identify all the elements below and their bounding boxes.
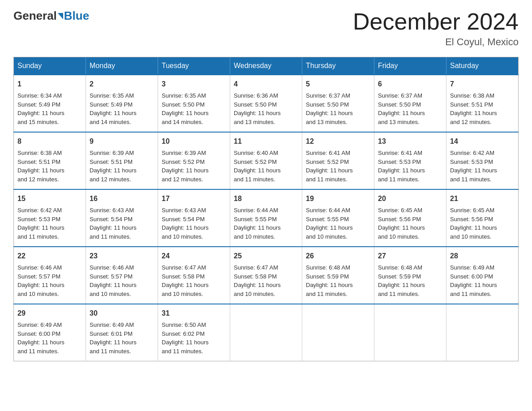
calendar-cell: 25Sunrise: 6:47 AMSunset: 5:58 PMDayligh…	[230, 247, 302, 304]
header-wednesday: Wednesday	[230, 57, 302, 75]
day-number: 12	[306, 136, 370, 147]
day-number: 10	[162, 136, 226, 147]
header-thursday: Thursday	[302, 57, 374, 75]
calendar-cell: 15Sunrise: 6:42 AMSunset: 5:53 PMDayligh…	[14, 189, 86, 247]
title-block: December 2024 El Coyul, Mexico	[353, 9, 519, 48]
day-number: 17	[162, 193, 226, 204]
day-number: 27	[378, 251, 442, 261]
calendar-cell	[446, 304, 519, 361]
header-monday: Monday	[86, 57, 158, 75]
day-number: 8	[17, 136, 82, 147]
day-info: Sunrise: 6:44 AMSunset: 5:55 PMDaylight:…	[234, 207, 281, 240]
day-number: 26	[306, 251, 370, 261]
calendar-cell: 27Sunrise: 6:48 AMSunset: 5:59 PMDayligh…	[374, 247, 446, 304]
day-number: 20	[378, 193, 442, 204]
day-info: Sunrise: 6:34 AMSunset: 5:49 PMDaylight:…	[17, 92, 64, 125]
day-number: 31	[162, 308, 226, 319]
calendar-cell	[230, 304, 302, 361]
day-number: 6	[378, 79, 442, 90]
location-text: El Coyul, Mexico	[353, 36, 519, 48]
day-info: Sunrise: 6:38 AMSunset: 5:51 PMDaylight:…	[450, 92, 497, 125]
day-info: Sunrise: 6:40 AMSunset: 5:52 PMDaylight:…	[234, 150, 281, 183]
calendar-cell: 7Sunrise: 6:38 AMSunset: 5:51 PMDaylight…	[446, 75, 519, 132]
calendar-cell: 31Sunrise: 6:50 AMSunset: 6:02 PMDayligh…	[158, 304, 230, 361]
calendar-cell: 2Sunrise: 6:35 AMSunset: 5:49 PMDaylight…	[86, 75, 158, 132]
day-info: Sunrise: 6:49 AMSunset: 6:01 PMDaylight:…	[90, 321, 137, 355]
header-sunday: Sunday	[14, 57, 86, 75]
day-number: 16	[90, 193, 154, 204]
calendar-cell: 9Sunrise: 6:39 AMSunset: 5:51 PMDaylight…	[86, 132, 158, 189]
day-info: Sunrise: 6:47 AMSunset: 5:58 PMDaylight:…	[234, 264, 281, 297]
page-header: General Blue December 2024 El Coyul, Mex…	[13, 9, 519, 48]
day-info: Sunrise: 6:49 AMSunset: 6:00 PMDaylight:…	[450, 264, 497, 297]
day-info: Sunrise: 6:45 AMSunset: 5:56 PMDaylight:…	[450, 207, 497, 240]
logo-general-text: General	[13, 9, 57, 23]
day-info: Sunrise: 6:45 AMSunset: 5:56 PMDaylight:…	[378, 207, 425, 240]
day-number: 23	[90, 251, 154, 261]
calendar-cell: 19Sunrise: 6:44 AMSunset: 5:55 PMDayligh…	[302, 189, 374, 247]
calendar-cell: 13Sunrise: 6:41 AMSunset: 5:53 PMDayligh…	[374, 132, 446, 189]
calendar-cell: 12Sunrise: 6:41 AMSunset: 5:52 PMDayligh…	[302, 132, 374, 189]
calendar-week-1: 1Sunrise: 6:34 AMSunset: 5:49 PMDaylight…	[14, 75, 519, 132]
calendar-cell: 17Sunrise: 6:43 AMSunset: 5:54 PMDayligh…	[158, 189, 230, 247]
day-info: Sunrise: 6:39 AMSunset: 5:52 PMDaylight:…	[162, 150, 209, 183]
day-info: Sunrise: 6:38 AMSunset: 5:51 PMDaylight:…	[17, 150, 64, 183]
calendar-cell: 22Sunrise: 6:46 AMSunset: 5:57 PMDayligh…	[14, 247, 86, 304]
day-info: Sunrise: 6:39 AMSunset: 5:51 PMDaylight:…	[90, 150, 137, 183]
header-tuesday: Tuesday	[158, 57, 230, 75]
day-info: Sunrise: 6:42 AMSunset: 5:53 PMDaylight:…	[17, 207, 64, 240]
day-info: Sunrise: 6:48 AMSunset: 5:59 PMDaylight:…	[378, 264, 425, 297]
calendar-cell: 26Sunrise: 6:48 AMSunset: 5:59 PMDayligh…	[302, 247, 374, 304]
day-number: 13	[378, 136, 442, 147]
day-info: Sunrise: 6:46 AMSunset: 5:57 PMDaylight:…	[90, 264, 137, 297]
header-saturday: Saturday	[446, 57, 519, 75]
calendar-cell	[374, 304, 446, 361]
day-info: Sunrise: 6:41 AMSunset: 5:52 PMDaylight:…	[306, 150, 353, 183]
day-info: Sunrise: 6:44 AMSunset: 5:55 PMDaylight:…	[306, 207, 353, 240]
day-number: 7	[450, 79, 515, 90]
day-number: 2	[90, 79, 154, 90]
calendar-cell: 8Sunrise: 6:38 AMSunset: 5:51 PMDaylight…	[14, 132, 86, 189]
calendar-table: SundayMondayTuesdayWednesdayThursdayFrid…	[13, 57, 519, 361]
month-title: December 2024	[353, 9, 519, 34]
calendar-cell: 21Sunrise: 6:45 AMSunset: 5:56 PMDayligh…	[446, 189, 519, 247]
calendar-cell: 6Sunrise: 6:37 AMSunset: 5:50 PMDaylight…	[374, 75, 446, 132]
calendar-cell: 4Sunrise: 6:36 AMSunset: 5:50 PMDaylight…	[230, 75, 302, 132]
calendar-cell: 14Sunrise: 6:42 AMSunset: 5:53 PMDayligh…	[446, 132, 519, 189]
calendar-cell: 16Sunrise: 6:43 AMSunset: 5:54 PMDayligh…	[86, 189, 158, 247]
day-number: 4	[234, 79, 298, 90]
day-number: 3	[162, 79, 226, 90]
day-number: 24	[162, 251, 226, 261]
day-info: Sunrise: 6:36 AMSunset: 5:50 PMDaylight:…	[234, 92, 281, 125]
day-info: Sunrise: 6:41 AMSunset: 5:53 PMDaylight:…	[378, 150, 425, 183]
day-number: 9	[90, 136, 154, 147]
day-number: 11	[234, 136, 298, 147]
logo-arrow-icon	[58, 13, 63, 19]
logo-blue-text: Blue	[64, 9, 89, 23]
day-info: Sunrise: 6:35 AMSunset: 5:50 PMDaylight:…	[162, 92, 209, 125]
day-info: Sunrise: 6:50 AMSunset: 6:02 PMDaylight:…	[162, 321, 209, 355]
day-info: Sunrise: 6:46 AMSunset: 5:57 PMDaylight:…	[17, 264, 64, 297]
calendar-cell: 29Sunrise: 6:49 AMSunset: 6:00 PMDayligh…	[14, 304, 86, 361]
day-info: Sunrise: 6:42 AMSunset: 5:53 PMDaylight:…	[450, 150, 497, 183]
calendar-header-row: SundayMondayTuesdayWednesdayThursdayFrid…	[14, 57, 519, 75]
calendar-cell: 11Sunrise: 6:40 AMSunset: 5:52 PMDayligh…	[230, 132, 302, 189]
calendar-cell: 28Sunrise: 6:49 AMSunset: 6:00 PMDayligh…	[446, 247, 519, 304]
day-info: Sunrise: 6:35 AMSunset: 5:49 PMDaylight:…	[90, 92, 137, 125]
calendar-cell: 20Sunrise: 6:45 AMSunset: 5:56 PMDayligh…	[374, 189, 446, 247]
calendar-cell: 24Sunrise: 6:47 AMSunset: 5:58 PMDayligh…	[158, 247, 230, 304]
day-number: 14	[450, 136, 515, 147]
day-info: Sunrise: 6:47 AMSunset: 5:58 PMDaylight:…	[162, 264, 209, 297]
day-number: 21	[450, 193, 515, 204]
calendar-cell: 30Sunrise: 6:49 AMSunset: 6:01 PMDayligh…	[86, 304, 158, 361]
day-number: 30	[90, 308, 154, 319]
calendar-cell: 1Sunrise: 6:34 AMSunset: 5:49 PMDaylight…	[14, 75, 86, 132]
day-number: 19	[306, 193, 370, 204]
day-number: 18	[234, 193, 298, 204]
calendar-cell: 3Sunrise: 6:35 AMSunset: 5:50 PMDaylight…	[158, 75, 230, 132]
logo: General Blue	[13, 9, 89, 23]
calendar-cell	[302, 304, 374, 361]
day-number: 5	[306, 79, 370, 90]
day-number: 1	[17, 79, 82, 90]
day-number: 22	[17, 251, 82, 261]
